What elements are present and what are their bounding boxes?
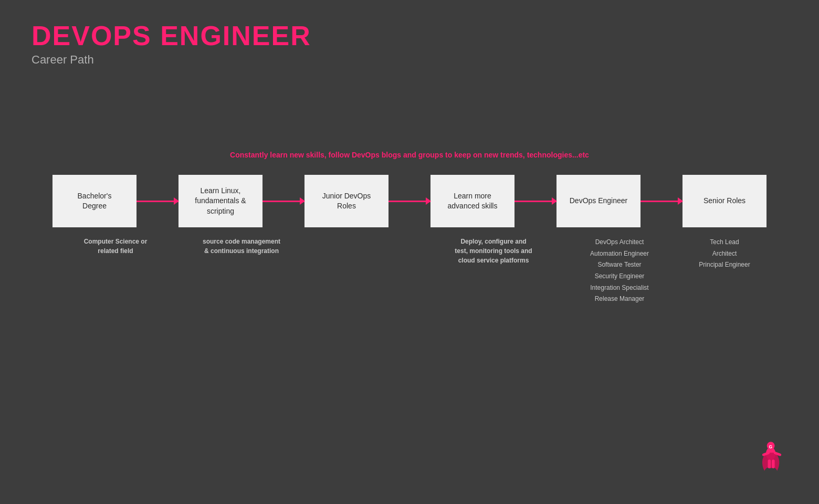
step-devops: DevOps Engineer DevOps Architect Automat… [556, 175, 682, 305]
box-advanced: Learn moreadvanced skills [430, 175, 514, 227]
svg-rect-3 [772, 459, 775, 468]
role-tech-lead: Tech Lead [699, 237, 750, 248]
role-principal-engineer: Principal Engineer [699, 259, 750, 271]
arrow-1 [136, 201, 178, 202]
role-security-engineer: Security Engineer [590, 271, 649, 282]
role-architect: Architect [699, 248, 750, 260]
step-advanced: Learn moreadvanced skills Deploy, config… [430, 175, 556, 265]
arrow-4 [514, 201, 556, 202]
arrow-5 [640, 201, 682, 202]
step-senior: Senior Roles Tech Lead Architect Princip… [682, 175, 766, 271]
box-bachelor: Bachelor'sDegree [52, 175, 136, 227]
logo-area: G [756, 439, 788, 478]
arrow-2 [262, 201, 304, 202]
caption-advanced: Deploy, configure andtest, monitoring to… [455, 237, 532, 265]
box-junior: Junior DevOpsRoles [304, 175, 388, 227]
career-path-diagram: Bachelor'sDegree Computer Science orrela… [0, 175, 819, 305]
page-title: DEVOPS ENGINEER [32, 21, 788, 51]
tagline-text: Constantly learn new skills, follow DevO… [0, 151, 819, 159]
header: DEVOPS ENGINEER Career Path [0, 0, 819, 67]
page-subtitle: Career Path [32, 53, 788, 67]
arrow-3 [388, 201, 430, 202]
svg-rect-2 [768, 459, 771, 468]
role-release-manager: Release Manager [590, 293, 649, 305]
role-devops-architect: DevOps Architect [590, 237, 649, 248]
superhero-icon: G [756, 439, 788, 476]
svg-text:G: G [769, 444, 772, 449]
box-linux: Learn Linux,fundamentals &scripting [178, 175, 262, 227]
role-integration-specialist: Integration Specialist [590, 282, 649, 294]
caption-linux: source code management& continuous integ… [203, 237, 280, 256]
step-bachelor: Bachelor'sDegree Computer Science orrela… [52, 175, 178, 256]
box-senior: Senior Roles [682, 175, 766, 227]
caption-bachelor: Computer Science orrelated field [84, 237, 148, 256]
box-devops: DevOps Engineer [556, 175, 640, 227]
step-linux: Learn Linux,fundamentals &scripting sour… [178, 175, 304, 256]
roles-senior: Tech Lead Architect Principal Engineer [699, 237, 750, 271]
role-automation-engineer: Automation Engineer [590, 248, 649, 260]
roles-devops: DevOps Architect Automation Engineer Sof… [590, 237, 649, 305]
step-junior: Junior DevOpsRoles [304, 175, 430, 258]
role-software-tester: Software Tester [590, 259, 649, 271]
